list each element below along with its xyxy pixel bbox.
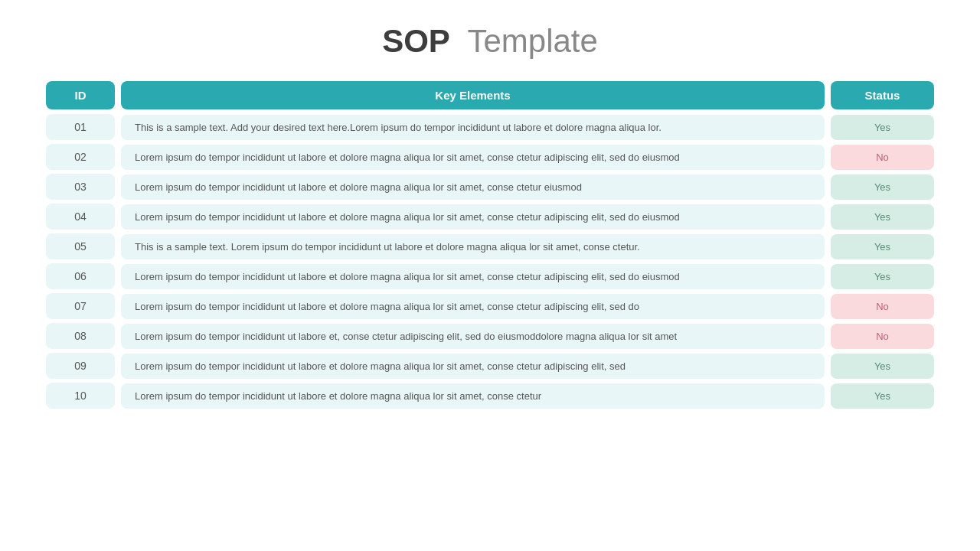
row-status-cell: Yes — [831, 264, 934, 289]
table-row: 04Lorem ipsum do tempor incididunt ut la… — [46, 204, 934, 230]
row-status-cell: Yes — [831, 234, 934, 259]
header-key-cell: Key Elements — [121, 81, 825, 109]
title-area: SOP Template — [382, 23, 598, 60]
row-id-cell: 02 — [46, 144, 115, 170]
row-text-cell: Lorem ipsum do tempor incididunt ut labo… — [121, 264, 825, 289]
row-id-cell: 05 — [46, 233, 115, 259]
row-status-cell: Yes — [831, 115, 934, 140]
row-text-cell: This is a sample text. Add your desired … — [121, 115, 825, 140]
row-text-cell: Lorem ipsum do tempor incididunt ut labo… — [121, 174, 825, 200]
row-text-cell: Lorem ipsum do tempor incididunt ut labo… — [121, 294, 825, 319]
row-status-cell: Yes — [831, 204, 934, 230]
header-status-cell: Status — [831, 81, 934, 109]
row-status-cell: No — [831, 294, 934, 319]
row-text-cell: This is a sample text. Lorem ipsum do te… — [121, 234, 825, 259]
table-row: 06Lorem ipsum do tempor incididunt ut la… — [46, 263, 934, 289]
table-row: 03Lorem ipsum do tempor incididunt ut la… — [46, 174, 934, 200]
row-text-cell: Lorem ipsum do tempor incididunt ut labo… — [121, 383, 825, 409]
row-status-cell: No — [831, 145, 934, 170]
row-id-cell: 01 — [46, 114, 115, 140]
table-row: 05This is a sample text. Lorem ipsum do … — [46, 233, 934, 259]
row-text-cell: Lorem ipsum do tempor incididunt ut labo… — [121, 145, 825, 170]
row-id-cell: 09 — [46, 353, 115, 379]
page-title: SOP Template — [382, 23, 598, 60]
row-id-cell: 03 — [46, 174, 115, 200]
table-row: 09Lorem ipsum do tempor incididunt ut la… — [46, 353, 934, 379]
page-container: SOP Template ID Key Elements Status 01Th… — [0, 0, 980, 551]
row-id-cell: 07 — [46, 293, 115, 319]
table-row: 07Lorem ipsum do tempor incididunt ut la… — [46, 293, 934, 319]
header-id-cell: ID — [46, 81, 115, 109]
row-text-cell: Lorem ipsum do tempor incididunt ut labo… — [121, 204, 825, 230]
row-text-cell: Lorem ipsum do tempor incididunt ut labo… — [121, 324, 825, 349]
row-id-cell: 08 — [46, 323, 115, 349]
row-status-cell: Yes — [831, 174, 934, 200]
row-id-cell: 06 — [46, 263, 115, 289]
table-row: 08Lorem ipsum do tempor incididunt ut la… — [46, 323, 934, 349]
row-status-cell: Yes — [831, 383, 934, 409]
table-row: 01This is a sample text. Add your desire… — [46, 114, 934, 140]
row-text-cell: Lorem ipsum do tempor incididunt ut labo… — [121, 354, 825, 379]
sop-table: ID Key Elements Status 01This is a sampl… — [46, 81, 934, 412]
title-bold: SOP — [382, 23, 450, 59]
table-body: 01This is a sample text. Add your desire… — [46, 114, 934, 412]
table-header-row: ID Key Elements Status — [46, 81, 934, 109]
row-id-cell: 04 — [46, 204, 115, 230]
row-status-cell: No — [831, 324, 934, 349]
table-row: 10Lorem ipsum do tempor incididunt ut la… — [46, 383, 934, 409]
title-light: Template — [467, 23, 597, 59]
row-id-cell: 10 — [46, 383, 115, 409]
table-row: 02Lorem ipsum do tempor incididunt ut la… — [46, 144, 934, 170]
row-status-cell: Yes — [831, 354, 934, 379]
